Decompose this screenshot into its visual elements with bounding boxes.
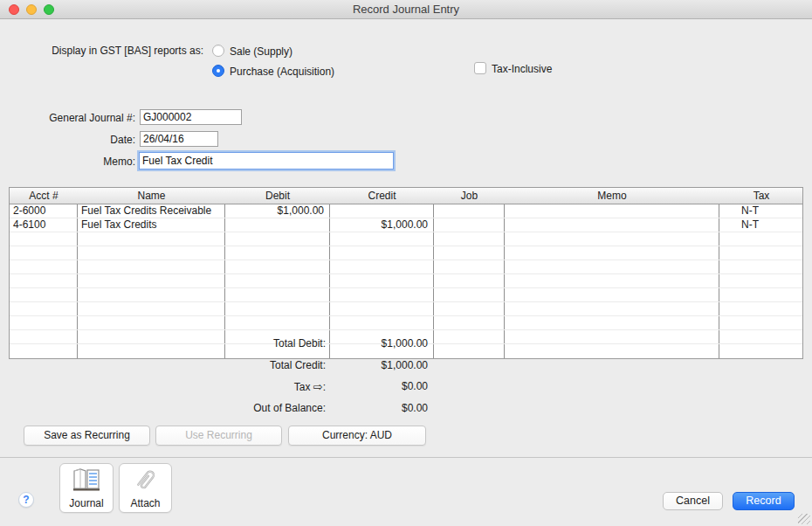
table-header-row: Acct # Name Debit Credit Job Memo Tax [10,188,802,204]
table-empty-row[interactable] [10,260,802,274]
cancel-button[interactable]: Cancel [663,492,723,510]
journal-book-icon [69,464,104,497]
column-header-tax: Tax [719,188,803,204]
column-header-debit: Debit [225,188,330,204]
help-button[interactable]: ? [18,492,34,508]
cell-debit[interactable]: $1,000.00 [225,204,330,218]
tax-label-colon: : [323,381,326,393]
attach-button[interactable]: Attach [119,463,172,513]
memo-label: Memo: [103,156,135,168]
cell-job[interactable] [434,204,505,218]
cell-memo[interactable] [505,204,719,218]
total-credit-value: $1,000.00 [382,359,428,371]
tax-inclusive-label: Tax-Inclusive [492,63,552,75]
cell-name[interactable]: Fuel Tax Credits [78,218,225,232]
journal-number-label: General Journal #: [49,112,135,124]
column-header-acct: Acct # [10,188,78,204]
column-header-credit: Credit [330,188,434,204]
journal-button[interactable]: Journal [59,463,114,513]
journal-button-label: Journal [69,497,103,509]
tax-total-label: Tax ⇨: [294,380,326,393]
cell-tax[interactable]: N-T [719,204,803,218]
out-of-balance-label: Out of Balance: [253,402,326,414]
tax-label-text: Tax [294,381,311,393]
memo-input[interactable] [139,152,394,170]
cell-job[interactable] [434,218,505,232]
radio-purchase-acquisition-label: Purchase (Acquisition) [230,66,334,78]
column-header-memo: Memo [505,188,719,204]
cell-credit[interactable]: $1,000.00 [330,218,434,232]
column-header-job: Job [434,188,505,204]
date-label: Date: [110,134,135,146]
bottom-separator [0,457,812,458]
journal-number-input[interactable] [140,109,242,125]
tax-total-value: $0.00 [402,380,428,392]
total-debit-label: Total Debit: [273,337,326,350]
column-header-name: Name [78,188,225,204]
use-recurring-button: Use Recurring [155,426,282,446]
record-journal-entry-window: Record Journal Entry Display in GST [BAS… [0,0,812,526]
table-row[interactable]: 4-6100 Fuel Tax Credits $1,000.00 N-T [10,218,802,232]
table-empty-row[interactable] [10,232,802,246]
currency-button[interactable]: Currency: AUD [288,426,426,446]
tax-zoom-arrow-icon[interactable]: ⇨ [313,380,323,393]
save-as-recurring-button[interactable]: Save as Recurring [24,426,150,446]
cell-acct[interactable]: 2-6000 [10,204,78,218]
table-empty-row[interactable] [10,288,802,302]
cell-memo[interactable] [505,218,719,232]
window-resize-grip[interactable] [798,514,810,524]
cell-name[interactable]: Fuel Tax Credits Receivable [78,204,225,218]
date-input[interactable] [140,131,218,147]
cell-acct[interactable]: 4-6100 [10,218,78,232]
record-button[interactable]: Record [733,492,795,510]
table-empty-row[interactable] [10,302,802,316]
cell-credit[interactable] [330,204,434,218]
tax-inclusive-checkbox[interactable] [474,62,486,74]
gst-reports-label: Display in GST [BAS] reports as: [52,45,203,57]
total-debit-value: $1,000.00 [382,337,428,350]
journal-lines-table: Acct # Name Debit Credit Job Memo Tax 2-… [9,187,803,359]
radio-sale-supply-label: Sale (Supply) [230,45,292,58]
cell-tax[interactable]: N-T [719,218,803,232]
table-empty-row[interactable] [10,246,802,260]
radio-purchase-acquisition[interactable] [212,65,224,77]
radio-sale-supply[interactable] [212,45,224,57]
title-bar: Record Journal Entry [0,0,812,19]
table-empty-row[interactable] [10,316,802,330]
table-empty-row[interactable] [10,274,802,288]
paperclip-icon [131,464,161,497]
table-row[interactable]: 2-6000 Fuel Tax Credits Receivable $1,00… [10,204,802,218]
attach-button-label: Attach [130,497,160,509]
cell-debit[interactable] [225,218,330,232]
out-of-balance-value: $0.00 [402,402,428,414]
window-title: Record Journal Entry [0,3,812,16]
total-credit-label: Total Credit: [270,359,326,371]
